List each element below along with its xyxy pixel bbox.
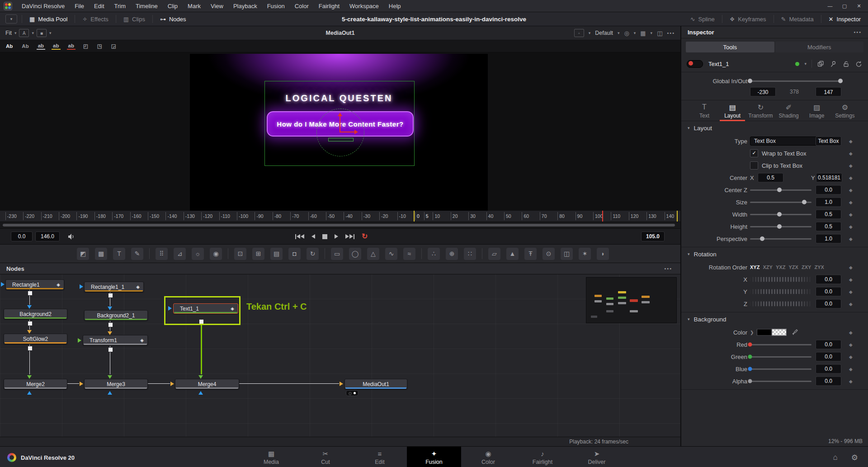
tool-particles-icon[interactable]: ⠿ xyxy=(156,248,168,260)
stop-button[interactable] xyxy=(322,234,327,239)
tool-camera-3d-icon[interactable]: ◫ xyxy=(561,248,573,260)
x-value-field[interactable]: 0.0 xyxy=(816,274,841,284)
copy-settings-icon[interactable] xyxy=(817,60,825,68)
go-to-start-button[interactable] xyxy=(295,234,304,239)
chevron-down-icon[interactable]: ▾ xyxy=(651,31,653,35)
text-style-button-1[interactable]: Ab xyxy=(20,43,30,49)
alpha-swatch[interactable] xyxy=(772,329,787,335)
tool-spot-light-3d-icon[interactable]: ✶ xyxy=(579,248,591,260)
chevron-down-icon[interactable]: ▾ xyxy=(618,31,620,35)
keyframe-diamond-icon[interactable]: ◆ xyxy=(849,342,853,347)
play-button[interactable] xyxy=(335,234,338,239)
global-out-handle[interactable] xyxy=(838,79,843,83)
panel-collapse-button[interactable]: ▾ xyxy=(5,14,17,24)
tool-p-directional-force-icon[interactable]: ⊕ xyxy=(446,248,458,260)
audio-mute-icon[interactable] xyxy=(68,233,76,240)
timeline-scrollbar[interactable] xyxy=(0,222,680,229)
page-tab-cut[interactable]: ✂Cut xyxy=(298,447,353,467)
size-value-field[interactable]: 1.0 xyxy=(816,197,841,207)
color-display-box[interactable]: ■ xyxy=(37,29,47,37)
center-x-field[interactable]: 0.5 xyxy=(758,173,783,182)
connector-square[interactable] xyxy=(28,346,33,351)
text-style-button-6[interactable]: ◳ xyxy=(96,42,104,50)
keyframe-diamond-icon[interactable]: ◆ xyxy=(849,138,853,143)
perspective-value-field[interactable]: 1.0 xyxy=(816,234,841,243)
tool-polygon-mask-icon[interactable]: △ xyxy=(367,248,379,260)
node-softglow2[interactable]: SoftGlow2 xyxy=(4,334,67,344)
slider-handle[interactable] xyxy=(777,188,782,192)
connector-square[interactable] xyxy=(108,322,113,327)
chevron-down-icon[interactable]: ▾ xyxy=(804,61,807,66)
connector-arrow-icon[interactable] xyxy=(108,391,112,395)
current-frame-field[interactable]: 105.0 xyxy=(641,231,665,241)
red-value-field[interactable]: 0.0 xyxy=(816,340,841,349)
minimize-button[interactable]: — xyxy=(824,1,836,10)
color-expander-icon[interactable]: ❯ xyxy=(750,330,754,335)
tool-rectangle-mask-icon[interactable]: ▭ xyxy=(331,248,343,260)
text-style-button-7[interactable]: ◲ xyxy=(110,42,118,50)
height-value-field[interactable]: 0.5 xyxy=(816,222,841,231)
keyframe-diamond-icon[interactable]: ◆ xyxy=(849,301,853,306)
panel-toggle-clips[interactable]: ▥Clips xyxy=(116,12,152,26)
panel-toggle-effects[interactable]: ✧Effects xyxy=(75,12,115,26)
panel-toggle-metadata[interactable]: ✎Metadata xyxy=(774,12,821,26)
connector-arrow-icon[interactable] xyxy=(1,282,5,287)
chevron-down-icon[interactable]: ▾ xyxy=(634,31,636,35)
keyframe-diamond-icon[interactable]: ◆ xyxy=(849,212,853,217)
panel-toggle-media-pool[interactable]: ▦Media Pool xyxy=(22,12,75,26)
viewer-canvas[interactable]: LOGICAL QUESTEN How do I Make More Conte… xyxy=(0,52,680,211)
keyframe-diamond-icon[interactable]: ◆ xyxy=(849,264,853,269)
roi-icon[interactable]: ▫ xyxy=(574,29,584,37)
playhead[interactable] xyxy=(602,211,603,222)
connector-arrow-icon[interactable] xyxy=(198,375,203,379)
connector-arrow-icon[interactable] xyxy=(340,382,343,386)
lut-preset-dropdown[interactable]: Default xyxy=(595,30,613,36)
page-tab-deliver[interactable]: ➤Deliver xyxy=(570,447,624,467)
text-style-button-5[interactable]: ◰ xyxy=(82,42,90,50)
tool-blur-icon[interactable]: ◉ xyxy=(210,248,222,260)
color-swatch[interactable] xyxy=(757,329,772,335)
green-slider[interactable] xyxy=(750,356,811,358)
keyframe-diamond-icon[interactable]: ◆ xyxy=(849,354,853,359)
menu-clip[interactable]: Clip xyxy=(163,3,183,9)
chevron-down-icon[interactable]: ▾ xyxy=(589,31,591,35)
tool-background-layers-icon[interactable]: ▤ xyxy=(270,248,283,260)
menu-file[interactable]: File xyxy=(70,3,89,9)
node-merge3[interactable]: Merge3 xyxy=(84,379,148,389)
tool-p-emitter-icon[interactable]: ∴ xyxy=(428,248,440,260)
green-value-field[interactable]: 0.0 xyxy=(816,352,841,361)
keyframe-diamond-icon[interactable]: ◆ xyxy=(849,163,853,168)
page-tab-fusion[interactable]: ✦Fusion xyxy=(407,447,461,467)
menu-mark[interactable]: Mark xyxy=(183,3,206,9)
connector-arrow-icon[interactable] xyxy=(108,331,112,335)
tool-fast-noise-icon[interactable]: ▩ xyxy=(95,248,107,260)
y-value-field[interactable]: 0.0 xyxy=(816,287,841,296)
node-transform1[interactable]: Transform1◈ xyxy=(83,335,148,345)
home-icon[interactable]: ⌂ xyxy=(833,453,837,462)
connector-arrow-icon[interactable] xyxy=(27,375,32,379)
channel-select-box[interactable]: A xyxy=(19,29,29,37)
go-to-end-button[interactable] xyxy=(345,234,354,239)
play-reverse-button[interactable] xyxy=(311,234,315,239)
inspector-options-menu[interactable]: ••• xyxy=(854,29,868,35)
section-layout[interactable]: ▾Layout xyxy=(681,121,868,135)
text-style-button-4[interactable]: ab xyxy=(67,42,75,50)
connector-arrow-icon[interactable] xyxy=(170,382,174,386)
node-rectangle1-1[interactable]: Rectangle1_1◈ xyxy=(84,282,144,292)
chevron-down-icon[interactable]: ▾ xyxy=(49,31,52,35)
z-value-field[interactable]: 0.0 xyxy=(816,299,841,308)
tool-p-render-icon[interactable]: ∷ xyxy=(464,248,476,260)
panel-toggle-spline[interactable]: ∿Spline xyxy=(683,12,722,26)
mediaout-view-indicator[interactable] xyxy=(346,390,359,396)
x-thumbwheel[interactable] xyxy=(750,277,811,282)
menu-fairlight[interactable]: Fairlight xyxy=(314,3,344,9)
keyframe-diamond-icon[interactable]: ◆ xyxy=(849,187,853,192)
slider-handle[interactable] xyxy=(760,236,764,241)
z-thumbwheel[interactable] xyxy=(750,301,811,306)
menu-workspace[interactable]: Workspace xyxy=(344,3,384,9)
connector-arrow-icon[interactable] xyxy=(108,375,112,379)
tool-loader-icon[interactable]: ⊡ xyxy=(234,248,246,260)
maximize-button[interactable]: ▢ xyxy=(838,1,851,10)
node-rectangle1[interactable]: Rectangle1◈ xyxy=(5,279,64,290)
node-text1-1[interactable]: Text1_1◈ xyxy=(173,303,238,314)
